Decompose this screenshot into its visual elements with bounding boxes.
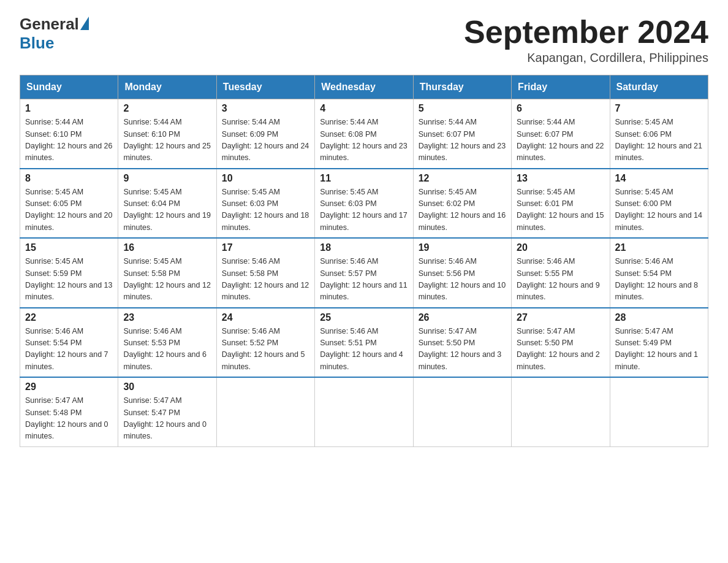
logo-triangle-icon [80,17,89,30]
table-row: 13Sunrise: 5:45 AMSunset: 6:01 PMDayligh… [512,169,610,239]
title-block: September 2024 Kapangan, Cordillera, Phi… [464,15,708,65]
day-number: 4 [320,103,408,114]
day-info: Sunrise: 5:46 AMSunset: 5:54 PMDaylight:… [25,326,113,373]
table-row [610,377,708,446]
day-number: 7 [615,103,703,114]
day-info: Sunrise: 5:44 AMSunset: 6:07 PMDaylight:… [419,117,506,164]
day-number: 14 [615,173,703,184]
day-info: Sunrise: 5:45 AMSunset: 5:59 PMDaylight:… [25,256,113,304]
day-number: 13 [517,173,604,184]
page-header: General Blue September 2024 Kapangan, Co… [20,15,708,65]
day-info: Sunrise: 5:46 AMSunset: 5:52 PMDaylight:… [222,326,309,373]
table-row: 24Sunrise: 5:46 AMSunset: 5:52 PMDayligh… [216,308,314,378]
day-number: 1 [25,103,113,114]
day-number: 23 [123,312,211,323]
day-info: Sunrise: 5:47 AMSunset: 5:49 PMDaylight:… [615,326,703,373]
day-number: 2 [123,103,211,114]
table-row: 16Sunrise: 5:45 AMSunset: 5:58 PMDayligh… [118,238,216,308]
day-number: 20 [517,242,604,253]
logo-blue-text: Blue [20,34,89,53]
page-title: September 2024 [464,15,708,50]
table-row: 12Sunrise: 5:45 AMSunset: 6:02 PMDayligh… [413,169,511,239]
table-row: 26Sunrise: 5:47 AMSunset: 5:50 PMDayligh… [413,308,511,378]
day-info: Sunrise: 5:45 AMSunset: 6:05 PMDaylight:… [25,186,113,234]
day-number: 5 [419,103,506,114]
table-row: 23Sunrise: 5:46 AMSunset: 5:53 PMDayligh… [118,308,216,378]
table-row: 17Sunrise: 5:46 AMSunset: 5:58 PMDayligh… [216,238,314,308]
col-tuesday: Tuesday [216,75,314,99]
calendar-week-row: 1Sunrise: 5:44 AMSunset: 6:10 PMDaylight… [20,99,708,169]
table-row: 3Sunrise: 5:44 AMSunset: 6:09 PMDaylight… [216,99,314,169]
calendar-week-row: 29Sunrise: 5:47 AMSunset: 5:48 PMDayligh… [20,377,708,446]
table-row: 25Sunrise: 5:46 AMSunset: 5:51 PMDayligh… [315,308,413,378]
col-sunday: Sunday [20,75,118,99]
day-number: 19 [419,242,506,253]
day-info: Sunrise: 5:45 AMSunset: 6:06 PMDaylight:… [615,117,703,164]
table-row: 1Sunrise: 5:44 AMSunset: 6:10 PMDaylight… [20,99,118,169]
day-info: Sunrise: 5:45 AMSunset: 6:00 PMDaylight:… [615,186,703,234]
col-thursday: Thursday [413,75,511,99]
day-number: 25 [320,312,408,323]
table-row: 4Sunrise: 5:44 AMSunset: 6:08 PMDaylight… [315,99,413,169]
table-row: 15Sunrise: 5:45 AMSunset: 5:59 PMDayligh… [20,238,118,308]
table-row: 18Sunrise: 5:46 AMSunset: 5:57 PMDayligh… [315,238,413,308]
calendar-week-row: 8Sunrise: 5:45 AMSunset: 6:05 PMDaylight… [20,169,708,239]
table-row [216,377,314,446]
day-info: Sunrise: 5:46 AMSunset: 5:54 PMDaylight:… [615,256,703,304]
logo: General Blue [20,15,89,53]
day-number: 12 [419,173,506,184]
day-number: 6 [517,103,604,114]
day-number: 10 [222,173,309,184]
day-info: Sunrise: 5:47 AMSunset: 5:50 PMDaylight:… [419,326,506,373]
day-info: Sunrise: 5:44 AMSunset: 6:10 PMDaylight:… [123,117,211,164]
table-row: 5Sunrise: 5:44 AMSunset: 6:07 PMDaylight… [413,99,511,169]
day-number: 9 [123,173,211,184]
table-row: 2Sunrise: 5:44 AMSunset: 6:10 PMDaylight… [118,99,216,169]
day-info: Sunrise: 5:45 AMSunset: 6:02 PMDaylight:… [419,186,506,234]
day-number: 26 [419,312,506,323]
day-number: 22 [25,312,113,323]
table-row: 19Sunrise: 5:46 AMSunset: 5:56 PMDayligh… [413,238,511,308]
calendar-table: Sunday Monday Tuesday Wednesday Thursday… [20,75,708,447]
day-info: Sunrise: 5:45 AMSunset: 6:04 PMDaylight:… [123,186,211,234]
table-row: 6Sunrise: 5:44 AMSunset: 6:07 PMDaylight… [512,99,610,169]
day-number: 27 [517,312,604,323]
day-number: 3 [222,103,309,114]
day-info: Sunrise: 5:46 AMSunset: 5:57 PMDaylight:… [320,256,408,304]
calendar-header-row: Sunday Monday Tuesday Wednesday Thursday… [20,75,708,99]
table-row: 11Sunrise: 5:45 AMSunset: 6:03 PMDayligh… [315,169,413,239]
col-friday: Friday [512,75,610,99]
table-row: 10Sunrise: 5:45 AMSunset: 6:03 PMDayligh… [216,169,314,239]
day-info: Sunrise: 5:44 AMSunset: 6:07 PMDaylight:… [517,117,604,164]
day-info: Sunrise: 5:44 AMSunset: 6:08 PMDaylight:… [320,117,408,164]
table-row: 9Sunrise: 5:45 AMSunset: 6:04 PMDaylight… [118,169,216,239]
table-row: 28Sunrise: 5:47 AMSunset: 5:49 PMDayligh… [610,308,708,378]
calendar-week-row: 22Sunrise: 5:46 AMSunset: 5:54 PMDayligh… [20,308,708,378]
col-monday: Monday [118,75,216,99]
day-number: 16 [123,242,211,253]
calendar-week-row: 15Sunrise: 5:45 AMSunset: 5:59 PMDayligh… [20,238,708,308]
day-number: 30 [123,381,211,393]
day-info: Sunrise: 5:47 AMSunset: 5:48 PMDaylight:… [25,395,113,443]
day-number: 29 [25,381,113,393]
day-number: 18 [320,242,408,253]
table-row: 8Sunrise: 5:45 AMSunset: 6:05 PMDaylight… [20,169,118,239]
day-info: Sunrise: 5:45 AMSunset: 5:58 PMDaylight:… [123,256,211,304]
day-number: 28 [615,312,703,323]
day-number: 17 [222,242,309,253]
col-wednesday: Wednesday [315,75,413,99]
day-info: Sunrise: 5:46 AMSunset: 5:53 PMDaylight:… [123,326,211,373]
day-info: Sunrise: 5:46 AMSunset: 5:55 PMDaylight:… [517,256,604,304]
day-info: Sunrise: 5:46 AMSunset: 5:58 PMDaylight:… [222,256,309,304]
table-row [512,377,610,446]
day-info: Sunrise: 5:46 AMSunset: 5:51 PMDaylight:… [320,326,408,373]
table-row: 29Sunrise: 5:47 AMSunset: 5:48 PMDayligh… [20,377,118,446]
day-info: Sunrise: 5:46 AMSunset: 5:56 PMDaylight:… [419,256,506,304]
day-number: 15 [25,242,113,253]
day-number: 24 [222,312,309,323]
day-number: 8 [25,173,113,184]
day-info: Sunrise: 5:45 AMSunset: 6:01 PMDaylight:… [517,186,604,234]
day-number: 21 [615,242,703,253]
day-info: Sunrise: 5:45 AMSunset: 6:03 PMDaylight:… [320,186,408,234]
table-row: 27Sunrise: 5:47 AMSunset: 5:50 PMDayligh… [512,308,610,378]
